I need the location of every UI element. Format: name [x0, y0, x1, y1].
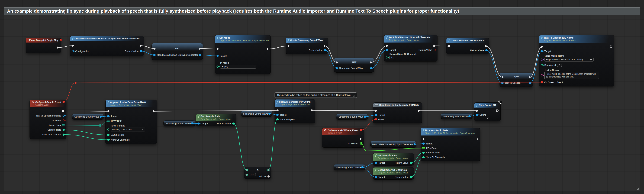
getter-streaming-sound-wave[interactable]: Streaming Sound Wave — [336, 114, 368, 120]
pcmdata-array-pin[interactable] — [360, 142, 362, 145]
getter-streaming-sound-wave[interactable]: Streaming Sound Wave — [334, 164, 365, 170]
getter-streaming-sound-wave[interactable]: Streaming Sound Wave — [164, 120, 195, 126]
target-pin[interactable] — [375, 114, 377, 116]
exec-out-pin[interactable] — [324, 45, 326, 47]
return-value-pin[interactable] — [232, 122, 234, 124]
node-expander[interactable] — [474, 118, 500, 119]
node-create-streaming-sound-wave[interactable]: ƒ Create Streaming Sound Wave Return Val… — [286, 38, 328, 54]
exec-out-pin[interactable] — [610, 45, 612, 48]
node-set-num-samples-per-chunk[interactable]: ƒ Set Num Samples Per Chunk Target is Im… — [274, 99, 315, 123]
variable-out-pin[interactable] — [414, 143, 416, 145]
return-value-pin[interactable] — [485, 49, 488, 51]
speaker-id-value[interactable]: 0 — [557, 64, 562, 67]
exec-in-pin[interactable] — [386, 44, 388, 47]
divide-input-b-pin[interactable] — [246, 174, 248, 176]
variable-in-pin[interactable] — [336, 67, 338, 69]
blueprint-graph-canvas[interactable]: { "graph_comment": "An example demonstra… — [0, 0, 644, 194]
exec-in-pin[interactable] — [336, 61, 338, 64]
configuration-pin[interactable] — [72, 50, 74, 52]
exec-in-pin[interactable] — [476, 109, 478, 112]
mood-dropdown[interactable]: Happy — [220, 65, 256, 68]
exec-out-pin[interactable] — [360, 138, 362, 140]
exec-in-pin[interactable] — [541, 45, 544, 48]
reroute-node-delegate[interactable] — [75, 82, 76, 84]
event-delegate-pin[interactable] — [360, 129, 362, 131]
num-channels-pin[interactable] — [107, 139, 109, 141]
exec-in-pin[interactable] — [107, 110, 110, 113]
node-create-runtime-tts[interactable]: ƒ Create Runtime Text to Speech Return V… — [446, 38, 489, 54]
exec-in-pin[interactable] — [422, 138, 425, 140]
exec-out-pin[interactable] — [56, 46, 59, 49]
divide-input-a-pin[interactable] — [246, 169, 248, 171]
getter-streaming-sound-wave[interactable]: Streaming Sound Wave — [72, 114, 104, 120]
exec-out-pin[interactable] — [152, 110, 155, 113]
target-pin[interactable] — [216, 55, 219, 57]
exec-in-pin[interactable] — [216, 48, 219, 50]
variable-out-pin[interactable] — [529, 82, 531, 84]
getter-streaming-sound-wave[interactable]: Streaming Sound Wave — [441, 113, 472, 119]
return-value-pin[interactable] — [324, 49, 326, 51]
exec-in-pin[interactable] — [501, 76, 504, 78]
voice-model-name-pin[interactable] — [541, 58, 543, 60]
node-process-audio-data[interactable]: ƒ Process Audio Data Target is Realistic… — [420, 128, 480, 161]
return-value-pin[interactable] — [140, 50, 142, 52]
raw-data-array-pin[interactable] — [107, 120, 110, 122]
node-create-lipsync-generator[interactable]: ƒ Create Realistic Meta Human Lip Sync w… — [70, 36, 144, 56]
pcmdata-array-pin[interactable] — [422, 147, 425, 149]
node-set-mood[interactable]: ƒ Set Mood Target is Realistic Meta Huma… — [215, 35, 271, 74]
variable-in-pin[interactable] — [153, 54, 156, 56]
exec-out-pin[interactable] — [140, 44, 142, 47]
text-to-speak-pin[interactable] — [541, 74, 543, 76]
exec-out-pin[interactable] — [485, 45, 488, 48]
exec-out-pin[interactable] — [370, 61, 372, 64]
reroute-node-audio-data[interactable] — [98, 124, 101, 127]
target-pin[interactable] — [541, 50, 543, 52]
audio-data-array-pin[interactable] — [62, 124, 65, 126]
event-delegate-pin[interactable] — [375, 118, 377, 120]
variable-out-pin[interactable] — [361, 166, 363, 168]
voice-model-dropdown[interactable]: English (United States) - Kokoro (Bella) — [544, 58, 594, 62]
variable-in-pin[interactable] — [501, 82, 504, 84]
return-value-pin[interactable] — [410, 162, 412, 164]
tts-instance-pin[interactable] — [62, 114, 65, 117]
node-set-mood-generator-variable[interactable]: SET Mood Meta Human Lip Sync Generator — [152, 43, 203, 60]
node-play-sound-2d[interactable]: ƒ Play Sound 2D Sound — [474, 102, 500, 121]
target-pin[interactable] — [375, 162, 377, 164]
exec-in-pin[interactable] — [153, 47, 156, 50]
getter-mood-lipsync-generator[interactable]: Mood Meta Human Lip Sync Generator — [370, 141, 416, 148]
variable-out-pin[interactable] — [199, 54, 201, 56]
exec-out-pin[interactable] — [496, 109, 499, 112]
sample-rate-pin[interactable] — [422, 152, 424, 154]
node-get-sample-rate[interactable]: ƒ Get Sample Rate Target is Imported Sou… — [373, 153, 414, 166]
node-on-generate-pcmdata-event[interactable]: OnGeneratePCMData_Event Custom Event PCM… — [322, 128, 364, 148]
comment-bubble-icons[interactable] — [353, 93, 355, 97]
exec-out-pin[interactable] — [62, 110, 65, 112]
target-pin[interactable] — [107, 115, 109, 117]
variable-out-pin[interactable] — [191, 122, 193, 124]
raw-format-pin[interactable] — [107, 128, 109, 130]
getter-streaming-sound-wave[interactable]: Streaming Sound Wave — [241, 111, 272, 117]
speaker-id-pin[interactable] — [541, 64, 543, 66]
text-to-speak-value[interactable]: Hello, world! The lips of the MetaHuman … — [544, 72, 599, 79]
target-pin[interactable] — [386, 49, 388, 51]
desired-num-channels-value[interactable]: 1 — [389, 56, 394, 59]
exec-out-pin[interactable] — [266, 48, 269, 50]
num-samples-pin[interactable] — [276, 118, 278, 120]
node-append-audio-data-from-raw[interactable]: ƒ Append Audio Data From RAW Target is S… — [106, 100, 157, 144]
target-pin[interactable] — [276, 114, 278, 116]
exec-in-pin[interactable] — [72, 44, 74, 47]
variable-out-pin[interactable] — [370, 67, 372, 69]
num-channels-pin[interactable] — [62, 134, 65, 136]
divide-b-value[interactable]: 100 — [249, 173, 256, 176]
in-mood-pin[interactable] — [216, 66, 219, 68]
node-set-streaming-sound-wave-variable[interactable]: SET Streaming Sound Wave — [334, 58, 374, 72]
on-speech-result-delegate-pin[interactable] — [541, 81, 543, 83]
target-pin[interactable] — [198, 122, 200, 124]
exec-out-pin[interactable] — [198, 47, 201, 50]
node-get-number-of-channels[interactable]: ƒ Get Number Of Channels Target is Impor… — [373, 167, 414, 180]
target-pin[interactable] — [375, 176, 377, 178]
node-bind-event-to-on-generate-pcmdata[interactable]: Bind Event to On Generate PCMData Target… — [373, 102, 422, 123]
exec-out-pin[interactable] — [418, 109, 420, 112]
event-delegate-badge[interactable] — [60, 39, 62, 41]
node-on-speech-result-event[interactable]: OnSpeechResult_Event Custom Event Text t… — [30, 100, 66, 139]
